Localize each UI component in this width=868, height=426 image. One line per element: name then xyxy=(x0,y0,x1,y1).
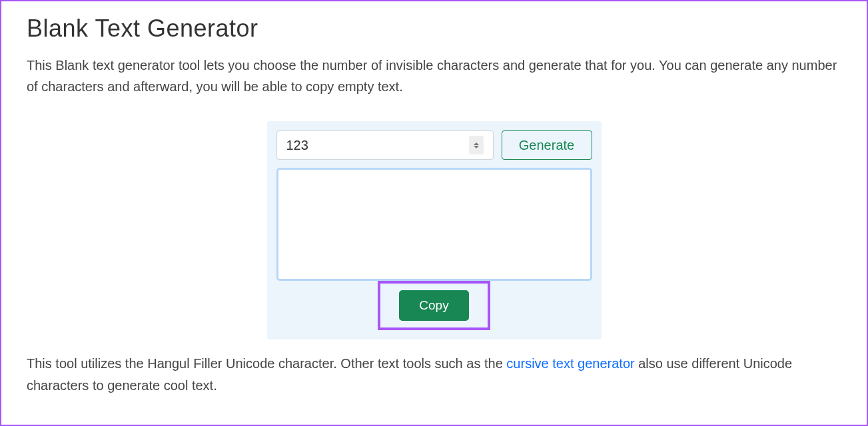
chevron-down-icon[interactable] xyxy=(474,146,479,148)
page-heading: Blank Text Generator xyxy=(27,15,841,43)
cursive-text-generator-link[interactable]: cursive text generator xyxy=(506,356,634,371)
intro-paragraph: This Blank text generator tool lets you … xyxy=(27,55,841,97)
copy-highlight-box: Copy xyxy=(378,281,490,330)
copy-row: Copy xyxy=(276,281,592,330)
footer-text-before: This tool utilizes the Hangul Filler Uni… xyxy=(27,356,506,371)
chevron-up-icon[interactable] xyxy=(474,142,479,145)
count-input[interactable]: 123 xyxy=(276,130,494,160)
input-row: 123 Generate xyxy=(276,130,592,160)
count-value: 123 xyxy=(286,138,308,153)
generator-panel: 123 Generate Copy xyxy=(267,121,602,339)
generate-button[interactable]: Generate xyxy=(502,130,592,160)
footer-paragraph: This tool utilizes the Hangul Filler Uni… xyxy=(27,353,841,397)
number-stepper[interactable] xyxy=(469,136,484,154)
output-textarea[interactable] xyxy=(276,168,592,281)
copy-button[interactable]: Copy xyxy=(399,290,468,321)
